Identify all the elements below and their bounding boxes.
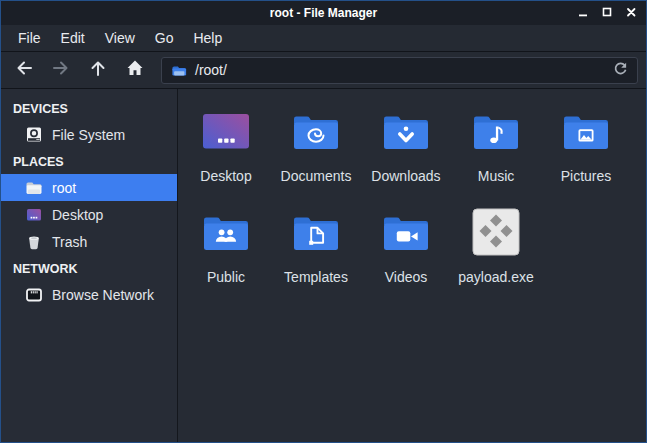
menu-go[interactable]: Go (145, 26, 184, 50)
close-icon (625, 4, 637, 22)
file-public[interactable]: Public (181, 199, 271, 300)
file-payload-exe[interactable]: payload.exe (451, 199, 541, 300)
desktop-mini-icon (25, 206, 43, 224)
trash-icon (25, 233, 43, 251)
window-title: root - File Manager (270, 6, 377, 20)
executable-icon (471, 206, 521, 258)
file-label: Downloads (371, 168, 440, 184)
close-button[interactable] (622, 4, 640, 22)
menu-view[interactable]: View (95, 26, 145, 50)
menubar: FileEditViewGoHelp (1, 25, 646, 52)
path-bar[interactable]: /root/ (161, 57, 638, 84)
folder-videos-icon (380, 206, 432, 258)
home-icon (125, 58, 145, 82)
sidebar-item-label: Desktop (52, 207, 103, 223)
file-label: Pictures (561, 168, 612, 184)
home-button[interactable] (118, 56, 152, 84)
toolbar: /root/ (1, 52, 646, 89)
window-controls (574, 1, 640, 25)
folder-pictures-icon (560, 105, 612, 157)
titlebar[interactable]: root - File Manager (1, 1, 646, 25)
menu-edit[interactable]: Edit (51, 26, 95, 50)
file-documents[interactable]: Documents (271, 98, 361, 199)
file-label: Music (478, 168, 515, 184)
folder-blue-icon (170, 61, 188, 79)
folder-public-icon (200, 206, 252, 258)
menu-file[interactable]: File (8, 26, 51, 50)
path-text[interactable]: /root/ (195, 62, 601, 78)
file-label: payload.exe (458, 269, 534, 285)
file-desktop[interactable]: Desktop (181, 98, 271, 199)
file-label: Documents (281, 168, 352, 184)
network-icon (25, 286, 43, 304)
back-icon (14, 58, 34, 82)
minimize-icon (577, 4, 589, 22)
content: DEVICESFile SystemPLACESrootDesktopTrash… (1, 89, 646, 442)
sidebar-item-trash[interactable]: Trash (1, 228, 177, 255)
sidebar-section-places: PLACES (1, 148, 177, 174)
folder-white-icon (25, 179, 43, 197)
folder-music-icon (470, 105, 522, 157)
sidebar-item-root[interactable]: root (1, 174, 177, 201)
sidebar-section-devices: DEVICES (1, 95, 177, 121)
file-manager-window: root - File Manager FileEditViewGoHelp /… (0, 0, 647, 443)
maximize-icon (601, 4, 613, 22)
sidebar-item-file-system[interactable]: File System (1, 121, 177, 148)
up-icon (88, 58, 108, 82)
up-button[interactable] (81, 56, 115, 84)
sidebar-item-desktop[interactable]: Desktop (1, 201, 177, 228)
sidebar-item-label: File System (52, 127, 125, 143)
file-music[interactable]: Music (451, 98, 541, 199)
refresh-button[interactable] (608, 58, 632, 82)
sidebar: DEVICESFile SystemPLACESrootDesktopTrash… (1, 89, 178, 442)
minimize-button[interactable] (574, 4, 592, 22)
file-label: Desktop (200, 168, 251, 184)
folder-templates-icon (290, 206, 342, 258)
file-label: Videos (385, 269, 428, 285)
file-videos[interactable]: Videos (361, 199, 451, 300)
folder-downloads-icon (380, 105, 432, 157)
sidebar-section-network: NETWORK (1, 255, 177, 281)
sidebar-item-label: Browse Network (52, 287, 154, 303)
sidebar-item-browse-network[interactable]: Browse Network (1, 281, 177, 308)
file-downloads[interactable]: Downloads (361, 98, 451, 199)
folder-documents-icon (290, 105, 342, 157)
forward-button[interactable] (44, 56, 78, 84)
file-label: Templates (284, 269, 348, 285)
forward-icon (51, 58, 71, 82)
file-label: Public (207, 269, 245, 285)
menu-help[interactable]: Help (183, 26, 232, 50)
sidebar-item-label: Trash (52, 234, 87, 250)
sidebar-item-label: root (52, 180, 76, 196)
refresh-icon (612, 60, 629, 81)
maximize-button[interactable] (598, 4, 616, 22)
file-pictures[interactable]: Pictures (541, 98, 631, 199)
file-templates[interactable]: Templates (271, 199, 361, 300)
drive-icon (25, 126, 43, 144)
file-grid: DesktopDocumentsDownloadsMusicPicturesPu… (178, 89, 646, 442)
desktop-icon (200, 105, 252, 157)
back-button[interactable] (7, 56, 41, 84)
